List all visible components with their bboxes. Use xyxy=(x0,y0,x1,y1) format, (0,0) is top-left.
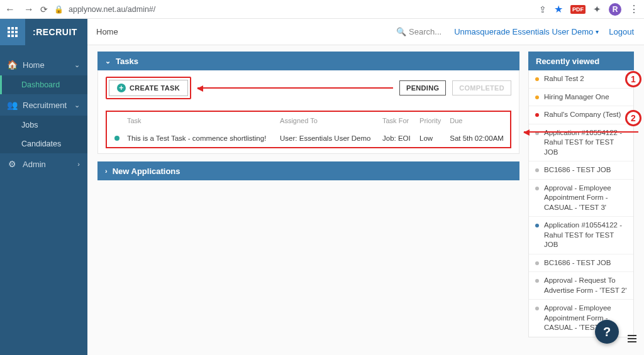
apps-grid-button[interactable] xyxy=(0,19,25,45)
status-dot-icon xyxy=(535,224,539,227)
tasks-panel-header[interactable]: ⌄ Tasks xyxy=(97,52,519,70)
sidebar: 🏠 Home ⌄ Dashboard 👥 Recruitment ⌄ Jobs … xyxy=(0,45,87,355)
sidebar-item-home[interactable]: 🏠 Home ⌄ xyxy=(0,54,87,75)
status-dot-icon xyxy=(535,113,539,117)
tasks-panel-body: + CREATE TASK PENDING COMPLETED Task xyxy=(97,70,519,154)
search-input[interactable]: 🔍 Search... xyxy=(396,27,441,36)
lock-icon: 🔒 xyxy=(54,5,64,14)
status-dot-icon xyxy=(535,279,539,283)
new-applications-panel-header[interactable]: › New Applications xyxy=(97,161,519,180)
extensions-icon[interactable]: ✦ xyxy=(593,4,601,15)
col-for: Task For xyxy=(379,112,416,129)
recent-item-label: Application #10554122 - Rahul TEST for T… xyxy=(544,221,627,250)
sidebar-item-label: Recruitment xyxy=(23,101,67,110)
annotation-box-1: + CREATE TASK xyxy=(106,77,191,99)
plus-icon: + xyxy=(117,84,126,92)
share-icon[interactable]: ⇪ xyxy=(539,4,547,14)
status-dot-icon xyxy=(535,77,539,81)
panel-title: Recently viewed xyxy=(536,57,599,66)
recent-item-label: Hiring Manager One xyxy=(544,92,609,102)
chevron-down-icon: ⌄ xyxy=(105,57,111,65)
sidebar-item-label: Home xyxy=(23,60,45,70)
recent-item[interactable]: Approval - Request To Advertise Form - '… xyxy=(529,272,633,300)
panel-title: New Applications xyxy=(113,167,180,176)
search-icon: 🔍 xyxy=(396,27,406,36)
col-due: Due xyxy=(446,112,510,129)
recent-item-label: Approval - Employee Appointment Form - C… xyxy=(544,183,627,213)
status-dot-icon xyxy=(535,187,539,190)
recently-viewed-header: Recently viewed xyxy=(528,52,634,70)
table-row[interactable]: This is a Test Task - commence shortlist… xyxy=(107,129,510,147)
recent-item-label: Rahul's Company (Test) xyxy=(544,110,621,120)
chevron-right-icon: › xyxy=(77,160,80,168)
back-button[interactable]: ← xyxy=(5,4,15,15)
search-placeholder: Search... xyxy=(409,27,441,36)
recent-item[interactable]: Rahul's Company (Test) xyxy=(529,106,633,124)
sidebar-item-dashboard[interactable]: Dashboard xyxy=(0,75,87,94)
refresh-button[interactable]: ⟳ xyxy=(40,4,48,14)
sidebar-item-jobs[interactable]: Jobs xyxy=(0,116,87,134)
status-dot-icon xyxy=(114,136,119,141)
panel-title: Tasks xyxy=(116,57,138,66)
home-icon: 🏠 xyxy=(8,60,16,70)
help-button[interactable]: ? xyxy=(595,320,619,344)
recent-item[interactable]: BC1686 - TEST JOB xyxy=(529,161,633,180)
chevron-down-icon: ⌄ xyxy=(74,61,80,69)
sidebar-item-admin[interactable]: ⚙ Admin › xyxy=(0,153,87,175)
chevron-down-icon: ⌄ xyxy=(74,101,80,109)
browser-menu-icon[interactable]: ⋮ xyxy=(629,3,639,15)
logout-link[interactable]: Logout xyxy=(609,27,634,36)
recent-item[interactable]: Rahul Test 2 xyxy=(529,70,633,89)
status-dot-icon xyxy=(535,168,539,172)
browser-chrome: ← → ⟳ 🔒 applynow.net.au/admin#/ ⇪ ★ PDF … xyxy=(0,0,644,19)
chevron-right-icon: › xyxy=(105,167,108,175)
create-task-button[interactable]: + CREATE TASK xyxy=(109,80,188,96)
tasks-table: Task Assigned To Task For Priority Due T… xyxy=(107,112,510,147)
recent-item-label: Rahul Test 2 xyxy=(544,74,584,84)
chevron-down-icon: ▾ xyxy=(596,28,599,35)
button-label: CREATE TASK xyxy=(130,84,180,92)
user-menu[interactable]: Unmasquerade Essentials User Demo ▾ xyxy=(454,27,599,36)
col-task: Task xyxy=(123,112,276,129)
recent-item[interactable]: Approval - Employee Appointment Form - C… xyxy=(529,180,633,217)
recent-item-label: Approval - Request To Advertise Form - '… xyxy=(544,276,627,295)
recently-viewed-list: Rahul Test 2Hiring Manager OneRahul's Co… xyxy=(528,70,634,337)
recent-item[interactable]: Application #10554122 - Rahul TEST for T… xyxy=(529,124,633,162)
recent-item[interactable]: Application #10554122 - Rahul TEST for T… xyxy=(529,217,633,254)
col-assigned: Assigned To xyxy=(276,112,379,129)
annotation-arrow-2 xyxy=(524,131,638,133)
recent-item-label: BC1686 - TEST JOB xyxy=(544,258,611,268)
completed-button[interactable]: COMPLETED xyxy=(452,80,511,96)
forward-button[interactable]: → xyxy=(24,4,34,15)
menu-icon[interactable] xyxy=(628,335,636,342)
app-topbar: :RECRUIT Home 🔍 Search... Unmasquerade E… xyxy=(0,19,644,45)
gear-icon: ⚙ xyxy=(8,159,16,169)
extension-badge[interactable]: PDF xyxy=(570,5,586,14)
pending-button[interactable]: PENDING xyxy=(399,80,446,96)
people-icon: 👥 xyxy=(8,100,16,110)
recent-item[interactable]: Hiring Manager One xyxy=(529,89,633,107)
grid-icon xyxy=(8,27,18,37)
annotation-marker-2: 2 xyxy=(625,110,641,126)
address-bar[interactable]: applynow.net.au/admin#/ xyxy=(69,5,155,14)
col-priority: Priority xyxy=(416,112,446,129)
sidebar-item-recruitment[interactable]: 👥 Recruitment ⌄ xyxy=(0,94,87,116)
bookmark-icon[interactable]: ★ xyxy=(554,3,563,15)
status-dot-icon xyxy=(535,261,539,265)
breadcrumb: Home xyxy=(87,27,118,36)
sidebar-item-label: Admin xyxy=(23,160,46,169)
profile-avatar[interactable]: R xyxy=(609,3,621,16)
annotation-arrow-1 xyxy=(197,87,393,89)
recent-item-label: BC1686 - TEST JOB xyxy=(544,165,611,175)
annotation-marker-1: 1 xyxy=(625,71,641,87)
annotation-box-2: Task Assigned To Task For Priority Due T… xyxy=(106,111,511,148)
status-dot-icon xyxy=(535,96,539,99)
sidebar-item-candidates[interactable]: Candidates xyxy=(0,134,87,153)
recent-item[interactable]: BC1686 - TEST JOB xyxy=(529,254,633,273)
status-dot-icon xyxy=(535,307,539,310)
brand-logo[interactable]: :RECRUIT xyxy=(25,19,87,45)
